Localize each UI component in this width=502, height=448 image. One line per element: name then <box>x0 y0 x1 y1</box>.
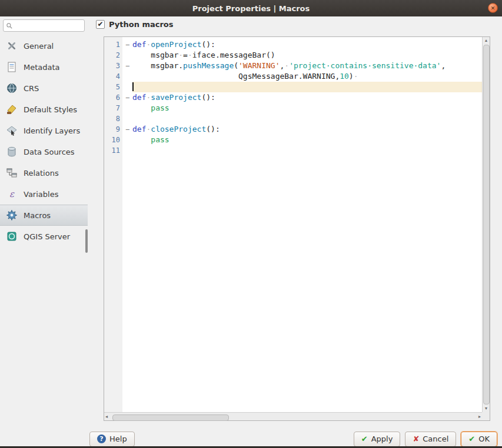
scroll-down-icon[interactable]: ▾ <box>485 405 487 412</box>
editor-line[interactable]: 2 msgbar·=·iface.messageBar() <box>104 50 482 61</box>
code-text <box>132 113 482 124</box>
code-text: msgbar·=·iface.messageBar() <box>132 50 482 61</box>
ok-check-icon: ✔ <box>468 434 475 443</box>
fold-marker-icon[interactable]: − <box>122 92 132 103</box>
python-macros-row: ✔ Python macros <box>96 20 174 29</box>
sidebar-item-label: Variables <box>24 190 58 199</box>
vertical-scrollbar[interactable]: ▴ ▾ <box>482 37 490 412</box>
close-button[interactable]: ✕ <box>488 3 498 13</box>
sidebar-item-label: Relations <box>24 169 59 178</box>
apply-check-icon: ✔ <box>361 434 368 443</box>
line-number: 11 <box>104 145 122 156</box>
help-button[interactable]: ? Help <box>89 432 135 447</box>
apply-button[interactable]: ✔ Apply <box>354 432 401 447</box>
titlebar[interactable]: Project Properties | Macros ✕ <box>0 0 502 16</box>
dialog-footer: ? Help ✔ Apply ✘ Cancel ✔ OK <box>89 431 497 447</box>
line-number: 10 <box>104 135 122 145</box>
editor-lines[interactable]: 1−def·openProject():2 msgbar·=·iface.mes… <box>104 37 482 412</box>
line-number: 5 <box>104 82 122 92</box>
line-number: 2 <box>104 50 122 61</box>
code-text: def·saveProject(): <box>132 92 482 103</box>
sidebar-item-label: Data Sources <box>24 148 75 156</box>
fold-margin <box>122 135 132 145</box>
editor-line[interactable]: 8 <box>104 113 482 124</box>
editor-line[interactable]: 6−def·saveProject(): <box>104 92 482 103</box>
search-icon <box>6 22 13 29</box>
editor-line[interactable]: 1−def·openProject(): <box>104 39 482 50</box>
code-text: pass <box>132 103 482 113</box>
sidebar-item-general[interactable]: General <box>0 35 88 56</box>
cancel-button-label: Cancel <box>423 434 448 443</box>
scroll-up-icon[interactable]: ▴ <box>485 37 487 44</box>
metadata-icon <box>5 61 18 73</box>
fold-margin <box>122 82 132 92</box>
horizontal-scrollbar[interactable]: ◂ ▸ <box>104 412 482 420</box>
sidebar-item-identify-layers[interactable]: Identify Layers <box>0 120 88 141</box>
search-box <box>3 19 85 32</box>
fold-margin <box>122 50 132 61</box>
python-macros-label: Python macros <box>109 20 174 29</box>
scroll-right-icon[interactable]: ▸ <box>478 413 481 420</box>
editor-line[interactable]: 4 QgsMessageBar.WARNING,10)· <box>104 71 482 82</box>
svg-text:ε: ε <box>9 189 15 199</box>
apply-button-label: Apply <box>371 434 393 443</box>
line-number: 4 <box>104 71 122 82</box>
sidebar-item-label: QGIS Server <box>24 232 70 241</box>
sidebar-item-metadata[interactable]: Metadata <box>0 56 88 78</box>
editor-line[interactable]: 3− msgbar.pushMessage('WARNING',·'projec… <box>104 61 482 71</box>
project-properties-dialog: Project Properties | Macros ✕ GeneralMet… <box>0 0 502 448</box>
code-text: QgsMessageBar.WARNING,10)· <box>132 71 482 82</box>
editor-line[interactable]: 5 <box>104 82 482 92</box>
crs-icon <box>5 82 18 95</box>
sidebar-item-label: Metadata <box>24 63 60 72</box>
scroll-left-icon[interactable]: ◂ <box>105 413 108 420</box>
sidebar-item-label: CRS <box>24 84 39 93</box>
fold-marker-icon[interactable]: − <box>122 124 132 135</box>
python-macros-checkbox[interactable]: ✔ <box>96 20 105 29</box>
check-icon: ✔ <box>97 21 103 28</box>
line-number: 7 <box>104 103 122 113</box>
sidebar-item-qgis-server[interactable]: QGIS Server <box>0 226 88 247</box>
editor-line[interactable]: 9−def·closeProject(): <box>104 124 482 135</box>
sidebar: GeneralMetadataCRSDefault StylesIdentify… <box>0 16 88 446</box>
code-text: msgbar.pushMessage('WARNING',·'project·c… <box>132 61 482 71</box>
relations-icon <box>5 166 18 179</box>
sidebar-scrollbar[interactable] <box>85 229 88 253</box>
sidebar-item-macros[interactable]: Macros <box>0 205 88 226</box>
ok-button-label: OK <box>478 434 490 443</box>
sidebar-item-relations[interactable]: Relations <box>0 162 88 183</box>
search-input[interactable] <box>15 21 82 31</box>
qgis-server-icon <box>5 230 18 243</box>
vertical-scroll-thumb[interactable] <box>483 45 490 404</box>
fold-margin <box>122 145 132 156</box>
sidebar-item-variables[interactable]: εVariables <box>0 183 88 205</box>
sidebar-item-default-styles[interactable]: Default Styles <box>0 99 88 120</box>
code-text: pass <box>132 135 482 145</box>
editor-line[interactable]: 11 <box>104 145 482 156</box>
code-text <box>132 145 482 156</box>
sidebar-list: GeneralMetadataCRSDefault StylesIdentify… <box>0 35 88 247</box>
editor-line[interactable]: 10 pass <box>104 135 482 145</box>
fold-margin <box>122 113 132 124</box>
text-cursor <box>132 82 134 91</box>
fold-marker-icon[interactable]: − <box>122 39 132 50</box>
code-text <box>132 82 482 92</box>
line-number: 6 <box>104 92 122 103</box>
code-text: def·closeProject(): <box>132 124 482 135</box>
editor-line[interactable]: 7 pass <box>104 103 482 113</box>
sidebar-item-data-sources[interactable]: Data Sources <box>0 141 88 162</box>
fold-margin <box>122 71 132 82</box>
ok-button[interactable]: ✔ OK <box>461 432 497 447</box>
help-button-label: Help <box>109 434 127 443</box>
horizontal-scroll-thumb[interactable] <box>112 414 229 421</box>
sidebar-item-crs[interactable]: CRS <box>0 78 88 99</box>
fold-margin <box>122 103 132 113</box>
sidebar-item-label: General <box>24 42 54 51</box>
line-number: 8 <box>104 113 122 124</box>
fold-marker-icon[interactable]: − <box>122 61 132 71</box>
close-icon: ✕ <box>491 5 496 11</box>
general-icon <box>5 39 18 52</box>
cancel-button[interactable]: ✘ Cancel <box>405 432 456 447</box>
sidebar-item-label: Default Styles <box>24 105 77 114</box>
code-editor[interactable]: 1−def·openProject():2 msgbar·=·iface.mes… <box>104 36 490 421</box>
